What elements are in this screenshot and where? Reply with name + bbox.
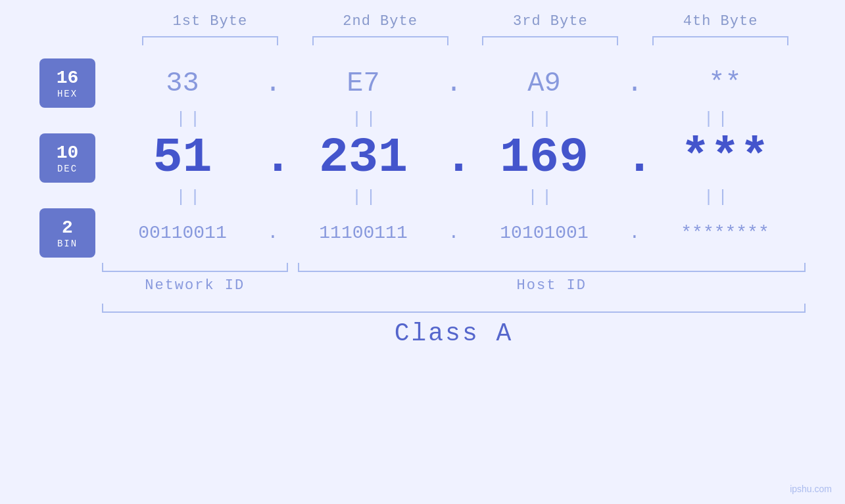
dec-badge-num: 10: [57, 142, 79, 164]
dot-dec-1: .: [263, 130, 283, 186]
eq2-b2: ||: [278, 187, 454, 207]
bracket-top-1: [142, 36, 278, 45]
bin-values: 00110011 . 11100111 . 10101001 . *******…: [102, 223, 806, 243]
eq2-b4: ||: [630, 187, 806, 207]
dec-b2: 231: [283, 130, 444, 186]
full-bracket: [102, 304, 806, 313]
hex-b3: A9: [464, 68, 625, 99]
top-brackets: [39, 36, 806, 45]
eq1-b3: ||: [454, 109, 630, 129]
bottom-section: Network ID Host ID: [39, 263, 806, 294]
network-id-label: Network ID: [102, 277, 288, 294]
bracket-cell-2: [295, 36, 466, 45]
main-container: 1st Byte 2nd Byte 3rd Byte 4th Byte 16 H…: [0, 0, 845, 504]
dec-b1: 51: [102, 130, 263, 186]
bracket-cell-1: [125, 36, 295, 45]
bin-b3: 10101001: [464, 223, 625, 243]
byte-headers: 1st Byte 2nd Byte 3rd Byte 4th Byte: [39, 13, 806, 30]
eq1-b1: ||: [102, 109, 278, 129]
bracket-top-4: [652, 36, 788, 45]
class-label: Class A: [395, 319, 514, 348]
bin-badge-label: BIN: [57, 239, 78, 249]
bracket-bottom-net: [102, 263, 288, 272]
bin-badge: 2 BIN: [39, 208, 95, 258]
byte3-header: 3rd Byte: [466, 13, 636, 30]
hex-row: 16 HEX 33 . E7 . A9 . **: [39, 58, 806, 108]
bin-b4: ********: [644, 223, 806, 243]
dec-badge: 10 DEC: [39, 133, 95, 183]
dot-dec-2: .: [444, 130, 464, 186]
watermark: ipshu.com: [790, 484, 832, 494]
bin-row: 2 BIN 00110011 . 11100111 . 10101001 . *…: [39, 208, 806, 258]
eq2-b3: ||: [454, 187, 630, 207]
host-id-label: Host ID: [298, 277, 806, 294]
byte2-header: 2nd Byte: [295, 13, 466, 30]
hex-b4: **: [644, 68, 806, 99]
hex-badge: 16 HEX: [39, 58, 95, 108]
full-bracket-row: [39, 304, 806, 313]
dec-values: 51 . 231 . 169 . ***: [102, 130, 806, 186]
hex-badge-num: 16: [57, 67, 79, 89]
byte1-header: 1st Byte: [125, 13, 295, 30]
equals-row-2: || || || ||: [39, 187, 806, 207]
bin-badge-num: 2: [62, 217, 73, 239]
eq1-b4: ||: [630, 109, 806, 129]
bracket-cell-4: [635, 36, 806, 45]
bracket-top-3: [482, 36, 618, 45]
dec-row: 10 DEC 51 . 231 . 169 . ***: [39, 130, 806, 186]
dot-bin-2: .: [444, 223, 464, 243]
bottom-brackets: [102, 263, 806, 272]
hex-badge-label: HEX: [57, 89, 78, 99]
dot-bin-3: .: [625, 223, 644, 243]
bracket-cell-3: [466, 36, 636, 45]
byte4-header: 4th Byte: [635, 13, 806, 30]
bin-b2: 11100111: [283, 223, 444, 243]
hex-b2: E7: [283, 68, 444, 99]
bin-b1: 00110011: [102, 223, 263, 243]
hex-values: 33 . E7 . A9 . **: [102, 68, 806, 99]
hex-b1: 33: [102, 68, 263, 99]
dec-badge-label: DEC: [57, 164, 78, 174]
dot-hex-3: .: [625, 68, 644, 99]
class-label-row: Class A: [39, 319, 806, 348]
eq1-b2: ||: [278, 109, 454, 129]
id-labels: Network ID Host ID: [102, 277, 806, 294]
bracket-top-2: [312, 36, 448, 45]
dot-hex-1: .: [263, 68, 283, 99]
dot-bin-1: .: [263, 223, 283, 243]
equals-row-1: || || || ||: [39, 109, 806, 129]
dec-b3: 169: [464, 130, 625, 186]
dot-hex-2: .: [444, 68, 464, 99]
dot-dec-3: .: [625, 130, 644, 186]
eq2-b1: ||: [102, 187, 278, 207]
bracket-bottom-host: [298, 263, 806, 272]
dec-b4: ***: [644, 130, 806, 186]
